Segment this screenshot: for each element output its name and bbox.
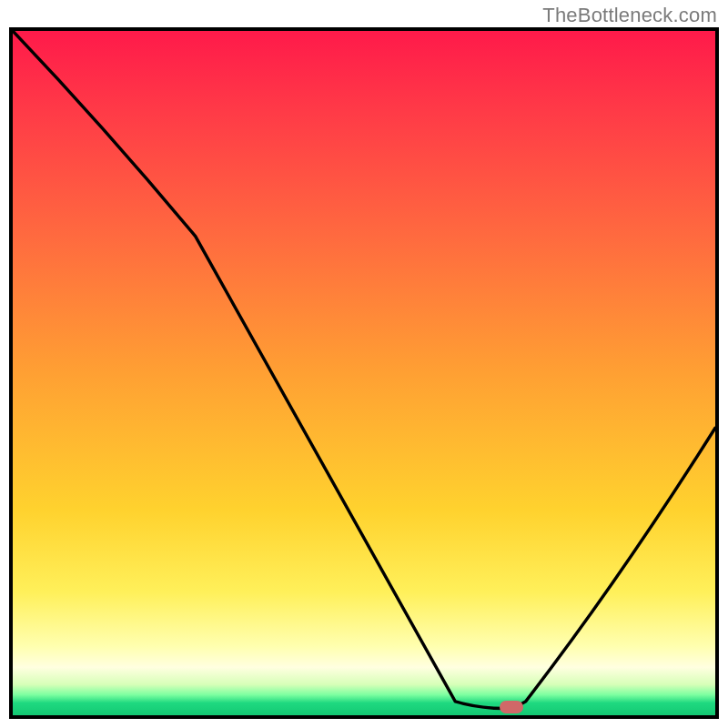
bottleneck-curve bbox=[13, 31, 715, 715]
watermark-text: TheBottleneck.com bbox=[542, 4, 717, 27]
optimal-marker bbox=[500, 701, 523, 713]
chart-frame bbox=[9, 27, 719, 719]
curve-path bbox=[13, 31, 715, 708]
